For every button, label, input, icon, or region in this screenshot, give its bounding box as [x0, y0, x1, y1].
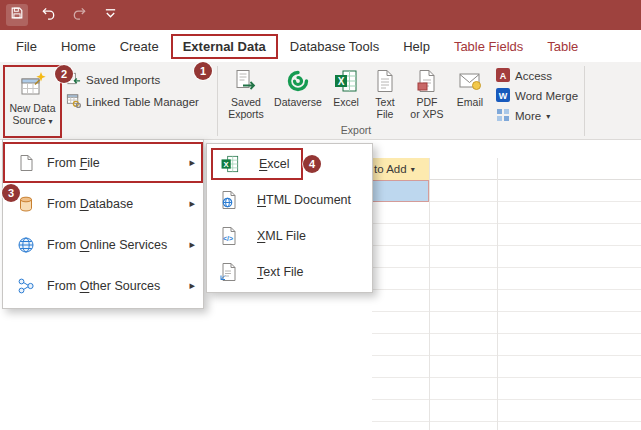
- dataverse-icon: [285, 66, 311, 96]
- submenu-item-html-document[interactable]: HTML Document: [207, 182, 372, 218]
- tab-help[interactable]: Help: [391, 34, 442, 59]
- ribbon-tab-bar: File Home Create External Data Database …: [0, 30, 641, 62]
- export-email-button[interactable]: Email: [450, 64, 490, 108]
- export-group-label: Export: [222, 124, 490, 136]
- dataverse-label: Dataverse: [274, 96, 322, 108]
- submenu-item-label: Excel: [259, 157, 290, 171]
- text-file-icon: [217, 262, 239, 282]
- submenu-arrow-icon: ▸: [189, 238, 195, 251]
- email-icon: [457, 66, 483, 96]
- annotation-badge-2: 2: [55, 65, 73, 83]
- text-file-icon: [372, 66, 398, 96]
- customize-quick-access-button[interactable]: [99, 4, 121, 26]
- column-gridline: [429, 158, 430, 430]
- click-to-add-header[interactable]: to Add ▾: [372, 158, 429, 180]
- export-text-file-label-2: File: [377, 108, 394, 120]
- menu-item-from-other-sources[interactable]: From Other Sources ▸: [3, 265, 203, 306]
- word-merge-icon: W: [496, 88, 510, 104]
- new-data-source-label-2: Source: [12, 114, 45, 126]
- export-text-file-label-1: Text: [375, 96, 394, 108]
- access-icon: A: [496, 68, 510, 84]
- linked-table-manager-label: Linked Table Manager: [86, 96, 199, 108]
- saved-exports-icon: [233, 66, 259, 96]
- saved-imports-label: Saved Imports: [86, 74, 160, 86]
- submenu-arrow-icon: ▸: [189, 279, 195, 292]
- linked-table-manager-button[interactable]: Linked Table Manager: [66, 93, 199, 110]
- column-gridline: [497, 158, 498, 430]
- saved-exports-label-2: Exports: [228, 108, 264, 120]
- save-button[interactable]: [6, 4, 28, 26]
- redo-button[interactable]: [68, 4, 90, 26]
- svg-text:A: A: [500, 71, 507, 81]
- menu-item-from-online-services[interactable]: From Online Services ▸: [3, 224, 203, 265]
- svg-text:W: W: [499, 91, 508, 101]
- tab-external-data[interactable]: External Data: [171, 34, 278, 59]
- submenu-item-excel[interactable]: X Excel: [207, 146, 372, 182]
- menu-item-label: From File: [47, 156, 100, 170]
- tab-table[interactable]: Table: [535, 34, 590, 59]
- redo-icon: [72, 6, 87, 25]
- annotation-badge-3: 3: [2, 184, 20, 202]
- chevron-down-icon: ▾: [546, 112, 550, 121]
- ribbon-group-divider: [217, 66, 218, 136]
- access-window: File Home Create External Data Database …: [0, 0, 641, 430]
- export-access-button[interactable]: A Access: [496, 68, 578, 84]
- more-button[interactable]: More ▾: [496, 108, 578, 124]
- submenu-arrow-icon: ▸: [189, 197, 195, 210]
- tab-file[interactable]: File: [4, 34, 49, 59]
- new-data-source-label-1: New Data: [9, 102, 55, 114]
- saved-exports-button[interactable]: Saved Exports: [222, 64, 270, 120]
- tab-table-fields[interactable]: Table Fields: [442, 34, 535, 59]
- svg-text:X: X: [338, 76, 345, 87]
- submenu-item-label: XML File: [257, 229, 306, 243]
- xml-file-icon: </>: [217, 226, 239, 246]
- export-side-buttons: A Access W Word Merge More ▾: [496, 68, 578, 124]
- export-access-label: Access: [515, 70, 552, 82]
- dataverse-button[interactable]: Dataverse: [270, 64, 326, 108]
- svg-text:</>: </>: [223, 235, 233, 242]
- menu-item-from-database[interactable]: From Database ▸: [3, 183, 203, 224]
- linked-table-manager-icon: [66, 93, 81, 110]
- tab-home[interactable]: Home: [49, 34, 108, 59]
- menu-item-label: From Online Services: [47, 238, 167, 252]
- export-group: Saved Exports Dataverse X Excel Text: [222, 64, 490, 120]
- selected-cell[interactable]: [372, 180, 429, 202]
- tab-database-tools[interactable]: Database Tools: [278, 34, 391, 59]
- export-excel-button[interactable]: X Excel: [326, 64, 366, 108]
- excel-icon: X: [219, 154, 241, 174]
- ribbon: New Data Source ▾ Saved Imports Linked T…: [0, 62, 641, 140]
- export-pdf-xps-label-1: PDF: [417, 96, 438, 108]
- from-other-sources-icon: [15, 277, 37, 295]
- menu-item-label: From Database: [47, 197, 133, 211]
- export-email-label: Email: [457, 96, 483, 108]
- export-pdf-xps-label-2: or XPS: [410, 108, 443, 120]
- submenu-item-label: HTML Document: [257, 193, 351, 207]
- save-icon: [10, 6, 24, 24]
- undo-button[interactable]: [37, 4, 59, 26]
- annotation-badge-1: 1: [194, 62, 212, 80]
- excel-option-target[interactable]: X Excel: [211, 148, 303, 180]
- export-text-file-button[interactable]: Text File: [366, 64, 404, 120]
- html-document-icon: [217, 190, 239, 210]
- ribbon-group-divider: [584, 66, 585, 136]
- submenu-item-text-file[interactable]: Text File: [207, 254, 372, 290]
- export-pdf-xps-button[interactable]: PDF or XPS: [404, 64, 450, 120]
- new-data-source-button[interactable]: New Data Source ▾: [3, 65, 62, 138]
- submenu-item-label: Text File: [257, 265, 304, 279]
- saved-imports-button[interactable]: Saved Imports: [66, 71, 160, 88]
- undo-icon: [41, 6, 56, 25]
- chevron-down-icon: ▾: [411, 165, 415, 174]
- word-merge-button[interactable]: W Word Merge: [496, 88, 578, 104]
- svg-text:X: X: [224, 160, 230, 169]
- submenu-item-xml-file[interactable]: </> XML File: [207, 218, 372, 254]
- more-grid-icon: [496, 108, 510, 124]
- new-data-source-menu: From File ▸ From Database ▸ From Online …: [2, 139, 204, 309]
- pdf-xps-icon: [414, 66, 440, 96]
- tab-create[interactable]: Create: [108, 34, 171, 59]
- menu-item-from-file[interactable]: From File ▸: [3, 142, 203, 183]
- title-bar: [0, 0, 641, 30]
- excel-icon: X: [333, 66, 359, 96]
- word-merge-label: Word Merge: [515, 90, 578, 102]
- submenu-arrow-icon: ▸: [189, 156, 195, 169]
- from-online-services-icon: [15, 236, 37, 254]
